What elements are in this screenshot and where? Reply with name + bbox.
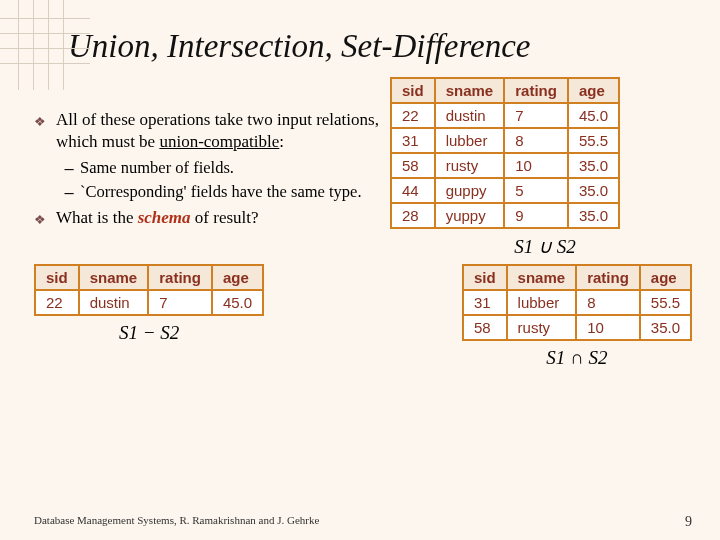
- col-sname: sname: [79, 265, 149, 290]
- col-rating: rating: [576, 265, 640, 290]
- diff-table: sid sname rating age 22dustin745.0: [34, 264, 264, 316]
- diamond-icon: ❖: [34, 114, 46, 131]
- table-row: 44guppy535.0: [391, 178, 619, 203]
- col-sname: sname: [435, 78, 505, 103]
- table-row: 58rusty1035.0: [463, 315, 691, 340]
- table-row: 22dustin745.0: [391, 103, 619, 128]
- col-age: age: [212, 265, 263, 290]
- table-header-row: sid sname rating age: [463, 265, 691, 290]
- union-table: sid sname rating age 22dustin745.0 31lub…: [390, 77, 620, 229]
- bullet-2: ❖ What is the schema of result?: [34, 207, 380, 229]
- bullet-1-post: :: [279, 132, 284, 151]
- diff-caption: S1 − S2: [34, 322, 264, 344]
- bullet-1-key: union-compatible: [159, 132, 279, 151]
- table-header-row: sid sname rating age: [391, 78, 619, 103]
- bullet-2-pre: What is the: [56, 208, 138, 227]
- table-row: 22dustin745.0: [35, 290, 263, 315]
- inter-table: sid sname rating age 31lubber855.5 58rus…: [462, 264, 692, 341]
- col-sid: sid: [35, 265, 79, 290]
- bullet-2-text: What is the schema of result?: [56, 207, 259, 229]
- sub-bullet-2-text: `Corresponding' fields have the same typ…: [80, 181, 362, 202]
- col-age: age: [568, 78, 619, 103]
- table-row: 58rusty1035.0: [391, 153, 619, 178]
- col-sname: sname: [507, 265, 577, 290]
- table-row: 28yuppy935.0: [391, 203, 619, 228]
- sub-bullet-2: – `Corresponding' fields have the same t…: [64, 181, 380, 203]
- slide-title: Union, Intersection, Set-Difference: [0, 0, 720, 73]
- inter-caption: S1 ∩ S2: [462, 347, 692, 369]
- bullet-2-post: of result?: [191, 208, 259, 227]
- footer: Database Management Systems, R. Ramakris…: [34, 514, 692, 530]
- col-age: age: [640, 265, 691, 290]
- dash-icon: –: [64, 158, 74, 179]
- bullet-2-key: schema: [138, 208, 191, 227]
- table-row: 31lubber855.5: [463, 290, 691, 315]
- footer-text: Database Management Systems, R. Ramakris…: [34, 514, 319, 530]
- col-rating: rating: [504, 78, 568, 103]
- col-sid: sid: [391, 78, 435, 103]
- col-sid: sid: [463, 265, 507, 290]
- dash-icon: –: [64, 182, 74, 203]
- union-caption: S1 ∪ S2: [390, 235, 700, 258]
- table-header-row: sid sname rating age: [35, 265, 263, 290]
- sub-bullet-1-text: Same number of fields.: [80, 157, 234, 178]
- bullet-1-text: All of these operations take two input r…: [56, 109, 380, 153]
- page-number: 9: [685, 514, 692, 530]
- sub-bullet-1: – Same number of fields.: [64, 157, 380, 179]
- table-row: 31lubber855.5: [391, 128, 619, 153]
- diamond-icon: ❖: [34, 212, 46, 229]
- col-rating: rating: [148, 265, 212, 290]
- bullet-1: ❖ All of these operations take two input…: [34, 109, 380, 153]
